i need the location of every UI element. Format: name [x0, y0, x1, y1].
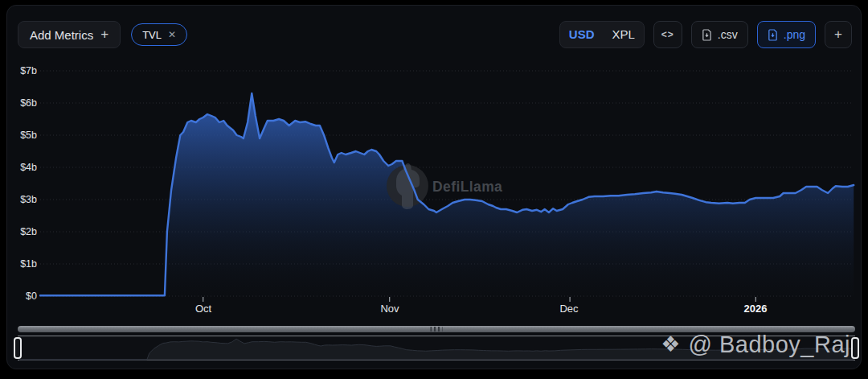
csv-label: .csv	[718, 28, 738, 41]
x-axis-ticks	[203, 297, 756, 302]
metric-pill-tvl[interactable]: TVL ✕	[131, 23, 187, 46]
add-chart-button[interactable]: +	[825, 21, 852, 48]
currency-option-usd[interactable]: USD	[560, 22, 604, 47]
tvl-area	[40, 93, 854, 296]
y-tick-3b: $3b	[0, 193, 37, 206]
close-icon[interactable]: ✕	[168, 29, 176, 40]
y-tick-1b: $1b	[0, 257, 37, 270]
metric-pill-label: TVL	[142, 29, 162, 41]
x-tick-nov: Nov	[366, 303, 414, 315]
brush-handle-left[interactable]	[14, 337, 22, 359]
x-tick-2026: 2026	[731, 303, 780, 315]
code-icon: <>	[661, 29, 674, 40]
y-tick-6b: $6b	[0, 97, 37, 109]
y-tick-0: $0	[0, 290, 37, 303]
currency-toggle: USD XPL	[559, 21, 645, 48]
y-tick-7b: $7b	[0, 64, 37, 77]
tvl-chart-plot[interactable]: DefiLlama	[0, 0, 868, 379]
file-icon	[768, 29, 778, 41]
toolbar-left: Add Metrics + TVL ✕	[18, 21, 187, 48]
y-tick-4b: $4b	[0, 161, 37, 174]
add-metrics-label: Add Metrics	[30, 28, 93, 42]
embed-code-button[interactable]: <>	[653, 21, 682, 48]
currency-option-xpl[interactable]: XPL	[604, 22, 644, 47]
y-tick-5b: $5b	[0, 129, 37, 142]
plus-icon: +	[834, 27, 842, 43]
x-tick-oct: Oct	[179, 303, 227, 315]
defillama-watermark-text: DefiLlama	[432, 179, 502, 195]
plus-icon: +	[100, 27, 108, 43]
toolbar-right: USD XPL <> .csv .png +	[559, 21, 852, 48]
download-png-button[interactable]: .png	[757, 21, 816, 48]
mini-area	[19, 339, 854, 360]
y-tick-2b: $2b	[0, 225, 37, 238]
download-csv-button[interactable]: .csv	[691, 21, 748, 48]
file-icon	[702, 29, 712, 41]
x-tick-dec: Dec	[545, 303, 593, 315]
png-label: .png	[784, 28, 805, 41]
defillama-chart-screen: DefiLlama Add Metrics + TVL ✕ USD XPL <>	[0, 0, 868, 379]
add-metrics-button[interactable]: Add Metrics +	[18, 21, 121, 48]
brush-handle-right[interactable]	[851, 337, 859, 359]
